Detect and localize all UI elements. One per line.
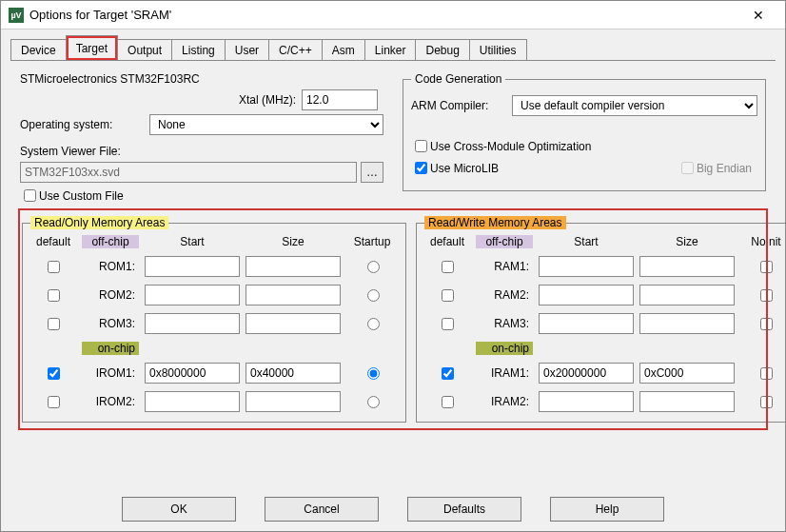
- rom-group: Read/Only Memory Areas default off-chip …: [22, 216, 406, 423]
- ram3-default-checkbox[interactable]: [442, 318, 454, 330]
- rom1-start-input[interactable]: [145, 256, 240, 277]
- microlib-label: Use MicroLIB: [430, 162, 499, 175]
- ram2-default-checkbox[interactable]: [442, 289, 454, 302]
- rom-onchip-label: on-chip: [82, 342, 139, 355]
- codegen-group: Code Generation ARM Compiler: Use defaul…: [403, 72, 766, 191]
- iram1-start-input[interactable]: [539, 363, 634, 384]
- tab-device[interactable]: Device: [10, 39, 67, 60]
- rom2-start-input[interactable]: [145, 285, 240, 305]
- rom-hdr-size: Size: [246, 235, 341, 248]
- tab-listing[interactable]: Listing: [171, 39, 226, 60]
- rom2-default-checkbox[interactable]: [48, 289, 60, 302]
- irom2-startup-radio[interactable]: [367, 396, 380, 408]
- defaults-button[interactable]: Defaults: [407, 497, 521, 522]
- tab-linker[interactable]: Linker: [364, 39, 417, 60]
- tab-output[interactable]: Output: [117, 39, 172, 60]
- rom1-startup-radio[interactable]: [367, 261, 380, 273]
- arm-compiler-select[interactable]: Use default compiler version: [512, 95, 757, 116]
- button-bar: OK Cancel Defaults Help: [1, 489, 785, 531]
- options-window: µV Options for Target 'SRAM' ✕ Device Ta…: [0, 0, 786, 532]
- tab-target[interactable]: Target: [66, 35, 118, 60]
- ram1-label: RAM1:: [476, 260, 533, 273]
- svd-input: [20, 162, 357, 183]
- ram2-noinit-checkbox[interactable]: [760, 289, 773, 302]
- ram1-noinit-checkbox[interactable]: [760, 261, 773, 273]
- rom2-startup-radio[interactable]: [367, 289, 380, 302]
- arm-compiler-label: ARM Compiler:: [411, 99, 506, 112]
- svd-browse-button[interactable]: …: [361, 162, 383, 183]
- ram1-size-input[interactable]: [639, 256, 735, 277]
- ram2-size-input[interactable]: [639, 285, 735, 305]
- rom-legend: Read/Only Memory Areas: [30, 216, 168, 229]
- rom-hdr-start: Start: [145, 235, 240, 248]
- iram2-size-input[interactable]: [639, 391, 735, 412]
- irom1-label: IROM1:: [82, 366, 139, 380]
- cross-module-label: Use Cross-Module Optimization: [430, 140, 591, 153]
- tab-cpp[interactable]: C/C++: [268, 39, 323, 60]
- use-custom-file-checkbox[interactable]: [24, 189, 36, 202]
- rom1-size-input[interactable]: [246, 256, 341, 277]
- opsys-select[interactable]: None: [149, 114, 383, 135]
- ok-button[interactable]: OK: [122, 497, 236, 522]
- rom3-startup-radio[interactable]: [367, 318, 380, 330]
- ram-grid: default off-chip Start Size NoInit RAM1:…: [424, 235, 786, 412]
- iram2-default-checkbox[interactable]: [442, 396, 454, 408]
- ram2-start-input[interactable]: [539, 285, 634, 305]
- window-title: Options for Target 'SRAM': [29, 8, 739, 22]
- app-icon: µV: [9, 8, 24, 23]
- irom2-start-input[interactable]: [145, 391, 240, 412]
- ram-hdr-default: default: [424, 235, 470, 248]
- irom2-label: IROM2:: [82, 395, 139, 408]
- rom3-size-input[interactable]: [246, 313, 341, 334]
- tab-user[interactable]: User: [225, 39, 269, 60]
- irom2-default-checkbox[interactable]: [48, 396, 60, 408]
- svd-label: System Viewer File:: [20, 145, 121, 158]
- irom1-startup-radio[interactable]: [367, 367, 380, 380]
- rom3-label: ROM3:: [82, 317, 139, 330]
- xtal-input[interactable]: [302, 89, 378, 110]
- iram1-noinit-checkbox[interactable]: [760, 367, 773, 380]
- close-button[interactable]: ✕: [739, 2, 777, 29]
- tab-debug[interactable]: Debug: [415, 39, 469, 60]
- titlebar: µV Options for Target 'SRAM' ✕: [1, 1, 785, 30]
- xtal-label: Xtal (MHz):: [239, 93, 296, 107]
- ram1-start-input[interactable]: [539, 256, 634, 277]
- iram1-size-input[interactable]: [639, 363, 735, 384]
- rom2-label: ROM2:: [82, 288, 139, 302]
- opsys-label: Operating system:: [20, 118, 144, 131]
- codegen-legend: Code Generation: [411, 72, 505, 86]
- irom1-default-checkbox[interactable]: [48, 367, 60, 380]
- iram2-noinit-checkbox[interactable]: [760, 396, 773, 408]
- irom1-start-input[interactable]: [145, 363, 240, 384]
- rom-hdr-startup: Startup: [346, 235, 398, 248]
- iram2-label: IRAM2:: [476, 395, 533, 408]
- ram1-default-checkbox[interactable]: [442, 261, 454, 273]
- tab-strip: Device Target Output Listing User C/C++ …: [10, 35, 776, 60]
- rom3-start-input[interactable]: [145, 313, 240, 334]
- ram3-size-input[interactable]: [639, 313, 735, 334]
- ram2-label: RAM2:: [476, 288, 533, 302]
- ram3-start-input[interactable]: [539, 313, 634, 334]
- mcu-label: STMicroelectronics STM32F103RC: [20, 72, 200, 86]
- tab-utilities[interactable]: Utilities: [469, 39, 527, 60]
- cross-module-checkbox[interactable]: [415, 140, 427, 152]
- irom1-size-input[interactable]: [246, 363, 341, 384]
- microlib-checkbox[interactable]: [415, 162, 427, 174]
- iram1-default-checkbox[interactable]: [442, 367, 454, 380]
- ram-hdr-noinit: NoInit: [740, 235, 786, 248]
- rom2-size-input[interactable]: [246, 285, 341, 305]
- cancel-button[interactable]: Cancel: [265, 497, 379, 522]
- ram3-noinit-checkbox[interactable]: [760, 318, 773, 330]
- ram-hdr-offchip: off-chip: [476, 235, 533, 248]
- iram2-start-input[interactable]: [539, 391, 634, 412]
- rom-grid: default off-chip Start Size Startup ROM1…: [30, 235, 398, 412]
- rom3-default-checkbox[interactable]: [48, 318, 60, 330]
- rom1-default-checkbox[interactable]: [48, 261, 60, 273]
- iram1-label: IRAM1:: [476, 366, 533, 380]
- irom2-size-input[interactable]: [246, 391, 341, 412]
- ram-hdr-start: Start: [539, 235, 634, 248]
- tab-asm[interactable]: Asm: [322, 39, 365, 60]
- rom1-label: ROM1:: [82, 260, 139, 273]
- target-panel: STMicroelectronics STM32F103RC Xtal (MHz…: [10, 60, 776, 489]
- help-button[interactable]: Help: [550, 497, 664, 522]
